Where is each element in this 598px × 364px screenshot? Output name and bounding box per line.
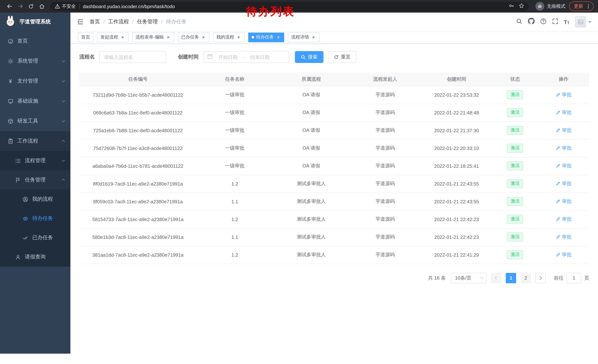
key-icon[interactable] xyxy=(509,3,514,10)
cell-created: 2022-01-22 21:37:30 xyxy=(421,121,492,139)
cell-task-name: 1.2 xyxy=(197,175,273,193)
app-logo[interactable]: 芋道管理系统 xyxy=(0,13,70,31)
close-icon[interactable]: × xyxy=(236,35,241,40)
help-icon[interactable] xyxy=(540,18,546,26)
approve-button[interactable]: 审批 xyxy=(556,162,572,169)
sidebar-item-tool[interactable]: 研发工具 xyxy=(0,111,70,131)
bookmark-star-icon[interactable] xyxy=(519,3,524,10)
sidebar-item-infra[interactable]: 基础设施 xyxy=(0,91,70,111)
tab-my-process[interactable]: 我的流程 × xyxy=(213,32,245,42)
approve-button[interactable]: 审批 xyxy=(556,127,572,134)
table-row: 75d72608-7b7f-11ec-a3c8-acde48001122 一级审… xyxy=(79,139,589,157)
cell-task-id: a6aba0a4-7b6d-11ec-b781-acde48001122 xyxy=(79,157,197,175)
status-badge: 激活 xyxy=(507,179,523,188)
date-range-picker[interactable]: - xyxy=(203,51,289,63)
tab-start-process[interactable]: 发起流程 × xyxy=(97,32,129,42)
sidebar-item-task[interactable]: 任务管理 xyxy=(0,170,70,190)
close-icon[interactable]: × xyxy=(276,35,281,40)
github-icon[interactable] xyxy=(528,18,534,26)
back-icon xyxy=(7,3,12,9)
sidebar-item-model[interactable]: 流程管理 xyxy=(0,151,70,170)
sidebar-item-todo[interactable]: 待办任务 xyxy=(0,209,70,228)
search-icon[interactable] xyxy=(516,18,522,26)
tab-form-edit[interactable]: 流程表单-编辑 × xyxy=(132,32,174,42)
search-button[interactable]: 搜索 xyxy=(295,51,324,63)
approve-button[interactable]: 审批 xyxy=(556,91,572,98)
prev-page-button[interactable] xyxy=(491,273,501,283)
process-name-input[interactable] xyxy=(99,51,166,63)
incognito-label: 无痕模式 xyxy=(547,3,565,9)
cell-starter: 芋道源码 xyxy=(349,121,421,139)
breadcrumb-home[interactable]: 首页 xyxy=(90,18,100,25)
screen: 不安全 dashboard.yudao.iocoder.cn/bpm/task/… xyxy=(0,0,598,364)
page-size-select[interactable]: 10条/页 xyxy=(451,273,486,283)
page-button-2[interactable]: 2 xyxy=(521,273,531,283)
table-row: 8f059c03-7ac8-11ec-a9e2-a2380e71991a 1.1… xyxy=(79,193,589,210)
tab-home[interactable]: 首页 xyxy=(78,32,93,42)
cell-task-name: 1.1 xyxy=(197,228,273,246)
col-status: 状态 xyxy=(492,73,538,86)
tab-todo-tasks[interactable]: 待办任务 × xyxy=(248,32,284,42)
forward-button[interactable] xyxy=(15,1,25,11)
yen-icon: ¥ xyxy=(8,78,13,84)
tab-label: 我的流程 xyxy=(216,34,234,40)
approve-button[interactable]: 审批 xyxy=(556,180,572,187)
approve-button[interactable]: 审批 xyxy=(556,109,572,116)
avatar[interactable] xyxy=(575,16,586,27)
close-icon[interactable]: × xyxy=(166,35,171,40)
hamburger-icon[interactable] xyxy=(77,18,84,25)
chevron-down-icon xyxy=(62,59,65,62)
tab-process-detail[interactable]: 流程详情 × xyxy=(288,32,319,42)
font-size-icon[interactable]: TT xyxy=(564,19,569,25)
close-icon[interactable]: × xyxy=(201,35,206,40)
home-button[interactable] xyxy=(37,1,47,11)
approve-button[interactable]: 审批 xyxy=(556,145,572,152)
security-label[interactable]: 不安全 xyxy=(62,3,76,9)
goto-page-input[interactable] xyxy=(566,273,581,283)
chevron-down-icon xyxy=(62,79,65,82)
approve-button[interactable]: 审批 xyxy=(556,198,572,205)
reset-button[interactable]: 重置 xyxy=(328,51,357,63)
chevron-right-icon xyxy=(538,276,542,280)
page-button-1[interactable]: 1 xyxy=(506,273,516,283)
sidebar-item-system[interactable]: 系统管理 xyxy=(0,51,70,71)
approve-button[interactable]: 审批 xyxy=(556,251,572,258)
fullscreen-icon[interactable] xyxy=(552,18,558,26)
reload-button[interactable] xyxy=(26,1,36,11)
back-button[interactable] xyxy=(4,1,15,11)
sidebar-item-bpm[interactable]: 工作流程 xyxy=(0,131,70,151)
tab-done-tasks[interactable]: 已办任务 × xyxy=(178,32,209,42)
close-icon[interactable]: × xyxy=(311,35,316,40)
eye-icon xyxy=(22,216,28,221)
start-date-input[interactable] xyxy=(214,54,241,60)
sidebar-item-leave[interactable]: 请假查询 xyxy=(0,247,70,267)
sidebar-item-my-process[interactable]: 我的流程 xyxy=(0,190,70,209)
sidebar-item-label: 首页 xyxy=(17,38,28,44)
cell-process: 测试多审批人 xyxy=(273,246,349,264)
chevron-up-icon xyxy=(62,140,65,143)
tab-label: 流程表单-编辑 xyxy=(136,34,164,40)
approve-button[interactable]: 审批 xyxy=(556,234,572,240)
kebab-menu-icon[interactable] xyxy=(586,4,591,9)
approve-button[interactable]: 审批 xyxy=(556,216,572,223)
divider xyxy=(79,4,79,9)
breadcrumb-bpm[interactable]: 工作流程 xyxy=(108,18,129,25)
sidebar-submenu-bpm: 流程管理 任务管理 我的流程 待办任务 xyxy=(0,151,70,267)
breadcrumb-separator: / xyxy=(132,19,134,25)
refresh-icon xyxy=(334,55,339,59)
main-area: 首页 / 工作流程 / 任务管理 / 待办任务 TT xyxy=(70,13,598,354)
cube-icon xyxy=(8,118,13,124)
cell-task-name: 一级审批 xyxy=(197,157,273,175)
next-page-button[interactable] xyxy=(535,273,546,283)
end-date-input[interactable] xyxy=(246,54,274,60)
sidebar-item-pay[interactable]: ¥ 支付管理 xyxy=(0,71,70,91)
sidebar-item-label: 流程管理 xyxy=(25,157,46,164)
create-time-label: 创建时间 xyxy=(178,54,199,60)
sidebar-item-done[interactable]: 已办任务 xyxy=(0,228,70,247)
user-menu[interactable] xyxy=(575,16,591,27)
sidebar-item-home[interactable]: 首页 xyxy=(0,31,70,51)
edit-pen-icon xyxy=(556,252,560,257)
update-button[interactable]: 更新 xyxy=(569,1,594,11)
close-icon[interactable]: × xyxy=(120,35,125,40)
breadcrumb-task[interactable]: 任务管理 xyxy=(137,18,158,25)
